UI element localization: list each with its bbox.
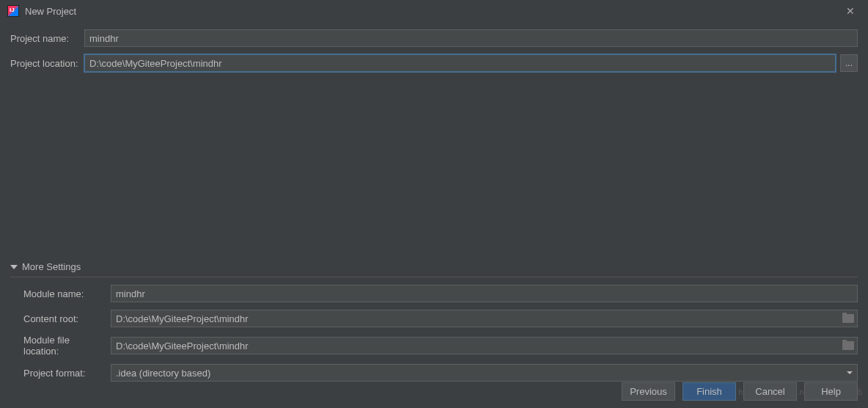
module-name-label: Module name: bbox=[23, 288, 106, 299]
project-location-input[interactable] bbox=[84, 54, 836, 72]
module-file-input[interactable]: D:\code\MyGiteeProject\mindhr bbox=[111, 337, 858, 354]
project-name-input[interactable] bbox=[84, 29, 858, 47]
close-icon[interactable]: ✕ bbox=[840, 1, 861, 21]
content-root-value: D:\code\MyGiteeProject\mindhr bbox=[116, 313, 249, 324]
chevron-down-icon bbox=[847, 371, 853, 374]
content-root-input[interactable]: D:\code\MyGiteeProject\mindhr bbox=[111, 310, 858, 327]
more-settings-label: More Settings bbox=[22, 261, 81, 272]
module-file-value: D:\code\MyGiteeProject\mindhr bbox=[116, 340, 249, 351]
finish-button[interactable]: Finish bbox=[683, 382, 736, 401]
previous-button[interactable]: Previous bbox=[622, 382, 675, 401]
content-root-label: Content root: bbox=[23, 313, 106, 324]
more-settings-toggle[interactable]: More Settings bbox=[10, 261, 858, 277]
project-format-select[interactable]: .idea (directory based) bbox=[111, 364, 858, 382]
chevron-down-icon bbox=[10, 265, 18, 269]
cancel-button[interactable]: Cancel bbox=[743, 382, 797, 401]
intellij-icon bbox=[7, 5, 19, 17]
form-area: Project name: Project location: ... bbox=[0, 22, 868, 87]
project-format-value: .idea (directory based) bbox=[116, 368, 210, 379]
browse-button[interactable]: ... bbox=[840, 54, 858, 72]
help-button[interactable]: Help bbox=[804, 382, 858, 401]
button-bar: Previous Finish Cancel Help bbox=[622, 382, 858, 401]
project-name-label: Project name: bbox=[10, 33, 80, 44]
window-title: New Project bbox=[25, 6, 76, 17]
titlebar: New Project ✕ bbox=[0, 0, 868, 22]
module-file-label: Module file location: bbox=[23, 335, 106, 357]
module-name-input[interactable] bbox=[111, 285, 858, 302]
project-location-label: Project location: bbox=[10, 58, 80, 69]
folder-icon[interactable] bbox=[842, 314, 854, 323]
project-format-label: Project format: bbox=[23, 368, 106, 379]
more-settings-section: More Settings Module name: Content root:… bbox=[10, 261, 858, 389]
folder-icon[interactable] bbox=[842, 341, 854, 350]
